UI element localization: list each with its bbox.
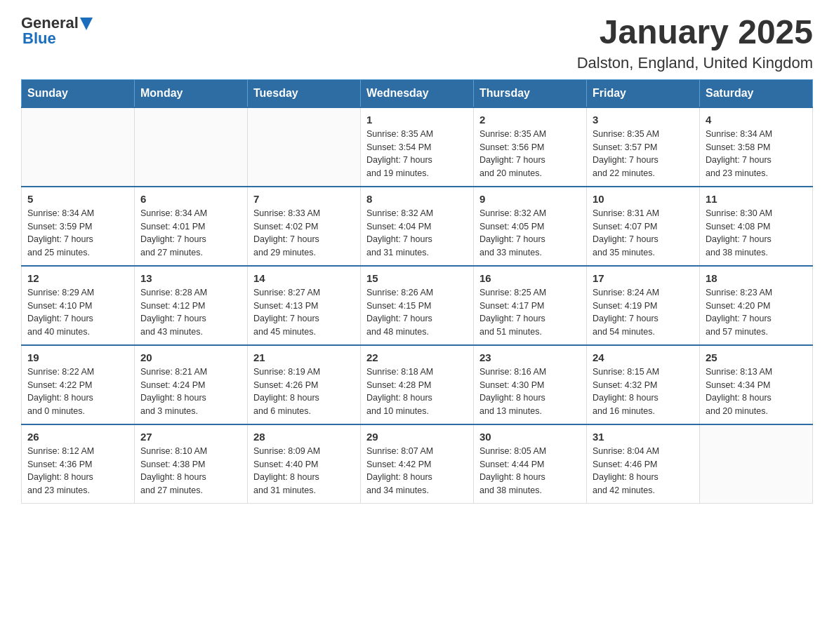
day-info: Sunrise: 8:35 AM Sunset: 3:56 PM Dayligh…	[479, 128, 581, 180]
day-number: 15	[366, 272, 468, 284]
day-info: Sunrise: 8:12 AM Sunset: 4:36 PM Dayligh…	[27, 445, 128, 497]
weekday-header-monday: Monday	[135, 79, 248, 107]
day-number: 26	[27, 431, 128, 443]
day-info: Sunrise: 8:19 AM Sunset: 4:26 PM Dayligh…	[253, 365, 355, 418]
day-info: Sunrise: 8:32 AM Sunset: 4:05 PM Dayligh…	[479, 207, 581, 260]
day-info: Sunrise: 8:35 AM Sunset: 3:54 PM Dayligh…	[366, 128, 468, 180]
calendar-cell	[135, 107, 248, 187]
day-info: Sunrise: 8:24 AM Sunset: 4:19 PM Dayligh…	[593, 286, 694, 339]
day-info: Sunrise: 8:09 AM Sunset: 4:40 PM Dayligh…	[253, 445, 355, 497]
calendar-cell: 11Sunrise: 8:30 AM Sunset: 4:08 PM Dayli…	[700, 187, 813, 266]
day-number: 11	[706, 193, 807, 205]
calendar-cell: 15Sunrise: 8:26 AM Sunset: 4:15 PM Dayli…	[361, 266, 474, 345]
day-info: Sunrise: 8:23 AM Sunset: 4:20 PM Dayligh…	[706, 286, 807, 339]
day-info: Sunrise: 8:05 AM Sunset: 4:44 PM Dayligh…	[479, 445, 581, 497]
calendar-week-1: 1Sunrise: 8:35 AM Sunset: 3:54 PM Daylig…	[22, 107, 813, 187]
day-info: Sunrise: 8:34 AM Sunset: 3:58 PM Dayligh…	[706, 128, 807, 180]
calendar-cell: 12Sunrise: 8:29 AM Sunset: 4:10 PM Dayli…	[22, 266, 135, 345]
day-info: Sunrise: 8:04 AM Sunset: 4:46 PM Dayligh…	[593, 445, 694, 497]
day-number: 9	[479, 193, 581, 205]
day-number: 10	[593, 193, 694, 205]
day-info: Sunrise: 8:16 AM Sunset: 4:30 PM Dayligh…	[479, 365, 581, 418]
calendar-cell: 27Sunrise: 8:10 AM Sunset: 4:38 PM Dayli…	[135, 424, 248, 504]
day-number: 14	[253, 272, 355, 284]
title-block: January 2025 Dalston, England, United Ki…	[577, 14, 813, 72]
day-info: Sunrise: 8:35 AM Sunset: 3:57 PM Dayligh…	[593, 128, 694, 180]
day-info: Sunrise: 8:34 AM Sunset: 3:59 PM Dayligh…	[27, 207, 128, 260]
weekday-header-thursday: Thursday	[474, 79, 587, 107]
day-info: Sunrise: 8:34 AM Sunset: 4:01 PM Dayligh…	[140, 207, 241, 260]
calendar-cell	[248, 107, 361, 187]
calendar-cell: 5Sunrise: 8:34 AM Sunset: 3:59 PM Daylig…	[22, 187, 135, 266]
day-number: 24	[593, 351, 694, 363]
weekday-header-wednesday: Wednesday	[361, 79, 474, 107]
calendar-cell: 29Sunrise: 8:07 AM Sunset: 4:42 PM Dayli…	[361, 424, 474, 504]
day-number: 27	[140, 431, 241, 443]
day-info: Sunrise: 8:28 AM Sunset: 4:12 PM Dayligh…	[140, 286, 241, 339]
calendar-cell: 13Sunrise: 8:28 AM Sunset: 4:12 PM Dayli…	[135, 266, 248, 345]
day-info: Sunrise: 8:26 AM Sunset: 4:15 PM Dayligh…	[366, 286, 468, 339]
day-info: Sunrise: 8:10 AM Sunset: 4:38 PM Dayligh…	[140, 445, 241, 497]
day-info: Sunrise: 8:30 AM Sunset: 4:08 PM Dayligh…	[706, 207, 807, 260]
day-number: 7	[253, 193, 355, 205]
logo-blue: Blue	[22, 29, 56, 48]
calendar-cell: 20Sunrise: 8:21 AM Sunset: 4:24 PM Dayli…	[135, 345, 248, 424]
day-info: Sunrise: 8:22 AM Sunset: 4:22 PM Dayligh…	[27, 365, 128, 418]
day-info: Sunrise: 8:18 AM Sunset: 4:28 PM Dayligh…	[366, 365, 468, 418]
day-number: 22	[366, 351, 468, 363]
day-number: 1	[366, 114, 468, 126]
day-number: 16	[479, 272, 581, 284]
day-info: Sunrise: 8:33 AM Sunset: 4:02 PM Dayligh…	[253, 207, 355, 260]
weekday-header-row: SundayMondayTuesdayWednesdayThursdayFrid…	[22, 79, 813, 107]
day-info: Sunrise: 8:21 AM Sunset: 4:24 PM Dayligh…	[140, 365, 241, 418]
day-number: 20	[140, 351, 241, 363]
day-number: 6	[140, 193, 241, 205]
day-number: 18	[706, 272, 807, 284]
day-info: Sunrise: 8:25 AM Sunset: 4:17 PM Dayligh…	[479, 286, 581, 339]
calendar-cell: 18Sunrise: 8:23 AM Sunset: 4:20 PM Dayli…	[700, 266, 813, 345]
calendar-cell: 2Sunrise: 8:35 AM Sunset: 3:56 PM Daylig…	[474, 107, 587, 187]
calendar-title: January 2025	[577, 14, 813, 51]
calendar-cell: 1Sunrise: 8:35 AM Sunset: 3:54 PM Daylig…	[361, 107, 474, 187]
weekday-header-friday: Friday	[587, 79, 700, 107]
day-number: 4	[706, 114, 807, 126]
day-info: Sunrise: 8:32 AM Sunset: 4:04 PM Dayligh…	[366, 207, 468, 260]
day-number: 3	[593, 114, 694, 126]
calendar-cell: 4Sunrise: 8:34 AM Sunset: 3:58 PM Daylig…	[700, 107, 813, 187]
calendar-cell: 6Sunrise: 8:34 AM Sunset: 4:01 PM Daylig…	[135, 187, 248, 266]
weekday-header-saturday: Saturday	[700, 79, 813, 107]
calendar-cell: 7Sunrise: 8:33 AM Sunset: 4:02 PM Daylig…	[248, 187, 361, 266]
logo-triangle-icon	[80, 18, 93, 30]
svg-marker-0	[80, 18, 93, 30]
calendar-week-3: 12Sunrise: 8:29 AM Sunset: 4:10 PM Dayli…	[22, 266, 813, 345]
calendar-cell: 23Sunrise: 8:16 AM Sunset: 4:30 PM Dayli…	[474, 345, 587, 424]
logo: General Blue	[21, 14, 93, 48]
calendar-cell: 21Sunrise: 8:19 AM Sunset: 4:26 PM Dayli…	[248, 345, 361, 424]
day-number: 21	[253, 351, 355, 363]
day-info: Sunrise: 8:07 AM Sunset: 4:42 PM Dayligh…	[366, 445, 468, 497]
calendar-week-2: 5Sunrise: 8:34 AM Sunset: 3:59 PM Daylig…	[22, 187, 813, 266]
calendar-cell: 22Sunrise: 8:18 AM Sunset: 4:28 PM Dayli…	[361, 345, 474, 424]
calendar-cell: 30Sunrise: 8:05 AM Sunset: 4:44 PM Dayli…	[474, 424, 587, 504]
day-number: 13	[140, 272, 241, 284]
calendar-cell	[22, 107, 135, 187]
day-number: 17	[593, 272, 694, 284]
calendar-cell: 17Sunrise: 8:24 AM Sunset: 4:19 PM Dayli…	[587, 266, 700, 345]
calendar-cell: 26Sunrise: 8:12 AM Sunset: 4:36 PM Dayli…	[22, 424, 135, 504]
calendar-cell: 31Sunrise: 8:04 AM Sunset: 4:46 PM Dayli…	[587, 424, 700, 504]
day-number: 19	[27, 351, 128, 363]
calendar-week-5: 26Sunrise: 8:12 AM Sunset: 4:36 PM Dayli…	[22, 424, 813, 504]
day-info: Sunrise: 8:13 AM Sunset: 4:34 PM Dayligh…	[706, 365, 807, 418]
day-number: 30	[479, 431, 581, 443]
calendar-week-4: 19Sunrise: 8:22 AM Sunset: 4:22 PM Dayli…	[22, 345, 813, 424]
calendar-cell	[700, 424, 813, 504]
calendar-cell: 8Sunrise: 8:32 AM Sunset: 4:04 PM Daylig…	[361, 187, 474, 266]
day-info: Sunrise: 8:31 AM Sunset: 4:07 PM Dayligh…	[593, 207, 694, 260]
calendar-cell: 14Sunrise: 8:27 AM Sunset: 4:13 PM Dayli…	[248, 266, 361, 345]
day-number: 23	[479, 351, 581, 363]
day-number: 31	[593, 431, 694, 443]
calendar-table: SundayMondayTuesdayWednesdayThursdayFrid…	[21, 79, 813, 504]
weekday-header-sunday: Sunday	[22, 79, 135, 107]
weekday-header-tuesday: Tuesday	[248, 79, 361, 107]
page-header: General Blue January 2025 Dalston, Engla…	[21, 14, 813, 72]
